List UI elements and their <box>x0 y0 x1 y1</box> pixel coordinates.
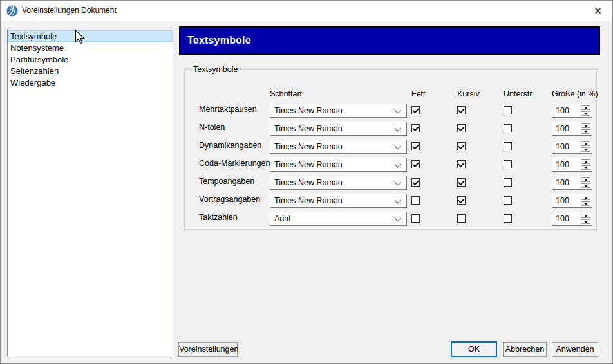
spinner-buttons <box>581 123 590 134</box>
chevron-down-icon <box>395 107 401 114</box>
size-spinner[interactable]: 100 <box>552 104 592 118</box>
column-header-underline: Unterstr. <box>504 89 534 98</box>
underline-checkbox[interactable] <box>504 178 512 187</box>
row-label: Mehrtaktpausen <box>199 105 257 114</box>
font-family-select[interactable]: Times New Roman <box>270 194 407 208</box>
underline-checkbox[interactable] <box>504 214 512 223</box>
app-logo-icon <box>6 5 18 17</box>
row-label: Dynamikangaben <box>199 141 261 150</box>
close-icon[interactable]: ✕ <box>583 1 612 21</box>
spinner-up-icon[interactable] <box>581 177 590 182</box>
sidebar-category-item[interactable]: Wiedergabe <box>8 77 173 88</box>
row-label: Coda-Markierungen <box>199 159 270 168</box>
spinner-down-icon[interactable] <box>581 111 590 116</box>
bold-checkbox[interactable] <box>411 178 420 187</box>
italic-checkbox[interactable] <box>457 106 466 114</box>
font-setting-row: Tempoangaben Times New Roman 100 <box>185 174 596 192</box>
presets-button[interactable]: Voreinstellungen <box>178 342 238 357</box>
underline-checkbox[interactable] <box>504 106 512 114</box>
spinner-up-icon[interactable] <box>581 214 590 218</box>
size-spinner[interactable]: 100 <box>552 212 592 226</box>
row-label: Vortragsangaben <box>199 195 260 204</box>
spinner-up-icon[interactable] <box>581 159 590 164</box>
cancel-button[interactable]: Abbrechen <box>503 342 547 357</box>
textsymbols-groupbox: Textsymbole Schriftart: Fett Kursiv Unte… <box>184 69 597 230</box>
size-value: 100 <box>556 122 569 135</box>
column-header-italic: Kursiv <box>457 89 480 98</box>
chevron-down-icon <box>395 179 401 186</box>
underline-checkbox[interactable] <box>504 160 512 168</box>
font-settings-rows: Mehrtaktpausen Times New Roman 100 N-tol… <box>185 102 596 228</box>
font-setting-row: Taktzahlen Arial 100 <box>185 210 596 228</box>
row-label: Taktzahlen <box>199 213 238 222</box>
column-headers: Schriftart: Fett Kursiv Unterstr. Größe … <box>185 89 596 100</box>
spinner-buttons <box>581 177 590 188</box>
italic-checkbox[interactable] <box>457 142 466 150</box>
font-family-value: Times New Roman <box>274 140 343 153</box>
italic-checkbox[interactable] <box>457 124 466 132</box>
size-spinner[interactable]: 100 <box>552 158 592 172</box>
font-family-select[interactable]: Times New Roman <box>270 140 407 154</box>
spinner-up-icon[interactable] <box>581 105 590 110</box>
underline-checkbox[interactable] <box>504 196 512 205</box>
font-family-select[interactable]: Times New Roman <box>270 158 407 172</box>
spinner-down-icon[interactable] <box>581 147 590 152</box>
spinner-down-icon[interactable] <box>581 219 590 224</box>
column-header-size: Größe (in %) <box>552 89 598 98</box>
row-label: N-tolen <box>199 123 225 132</box>
size-value: 100 <box>556 176 569 189</box>
sidebar-category-item[interactable]: Seitenzahlen <box>8 65 173 77</box>
font-family-value: Times New Roman <box>274 158 343 171</box>
spinner-down-icon[interactable] <box>581 183 590 188</box>
apply-button[interactable]: Anwenden <box>552 342 598 357</box>
font-setting-row: Coda-Markierungen Times New Roman 100 <box>185 156 596 174</box>
row-label: Tempoangaben <box>199 177 254 186</box>
window-title: Voreinstellungen Dokument <box>22 1 117 21</box>
size-spinner[interactable]: 100 <box>552 122 592 136</box>
bold-checkbox[interactable] <box>411 124 420 132</box>
font-setting-row: N-tolen Times New Roman 100 <box>185 120 596 138</box>
size-value: 100 <box>556 194 569 207</box>
spinner-up-icon[interactable] <box>581 141 590 146</box>
font-setting-row: Mehrtaktpausen Times New Roman 100 <box>185 102 596 120</box>
italic-checkbox[interactable] <box>457 214 466 223</box>
groupbox-title: Textsymbole <box>191 65 240 74</box>
spinner-down-icon[interactable] <box>581 129 590 134</box>
bold-checkbox[interactable] <box>411 142 420 150</box>
spinner-down-icon[interactable] <box>581 201 590 206</box>
font-family-value: Arial <box>274 212 290 225</box>
bold-checkbox[interactable] <box>411 160 420 168</box>
font-family-value: Times New Roman <box>274 104 343 117</box>
font-family-select[interactable]: Times New Roman <box>270 176 407 190</box>
page-title: Textsymbole <box>180 35 251 46</box>
font-family-value: Times New Roman <box>274 194 343 207</box>
sidebar-category-item[interactable]: Notensysteme <box>8 42 173 53</box>
category-listbox[interactable]: TextsymboleNotensystemePartitursymboleSe… <box>7 30 173 356</box>
italic-checkbox[interactable] <box>457 196 466 205</box>
bold-checkbox[interactable] <box>411 214 420 223</box>
bold-checkbox[interactable] <box>411 196 420 205</box>
chevron-down-icon <box>395 197 401 204</box>
sidebar-category-item[interactable]: Partitursymbole <box>8 53 173 65</box>
font-family-select[interactable]: Times New Roman <box>270 104 407 118</box>
italic-checkbox[interactable] <box>457 160 466 168</box>
titlebar[interactable]: Voreinstellungen Dokument ✕ <box>1 1 612 21</box>
font-setting-row: Vortragsangaben Times New Roman 100 <box>185 192 596 210</box>
bold-checkbox[interactable] <box>411 106 420 114</box>
ok-button[interactable]: OK <box>451 341 497 357</box>
spinner-up-icon[interactable] <box>581 123 590 128</box>
spinner-up-icon[interactable] <box>581 196 590 200</box>
underline-checkbox[interactable] <box>504 142 512 150</box>
sidebar-category-item[interactable]: Textsymbole <box>8 30 173 42</box>
spinner-down-icon[interactable] <box>581 165 590 170</box>
spinner-buttons <box>581 141 590 152</box>
size-spinner[interactable]: 100 <box>552 194 592 208</box>
size-value: 100 <box>556 104 569 117</box>
italic-checkbox[interactable] <box>457 178 466 187</box>
underline-checkbox[interactable] <box>504 124 512 132</box>
size-spinner[interactable]: 100 <box>552 140 592 154</box>
font-family-value: Times New Roman <box>274 122 343 135</box>
font-family-select[interactable]: Arial <box>270 212 407 226</box>
font-family-select[interactable]: Times New Roman <box>270 122 407 136</box>
size-spinner[interactable]: 100 <box>552 176 592 190</box>
